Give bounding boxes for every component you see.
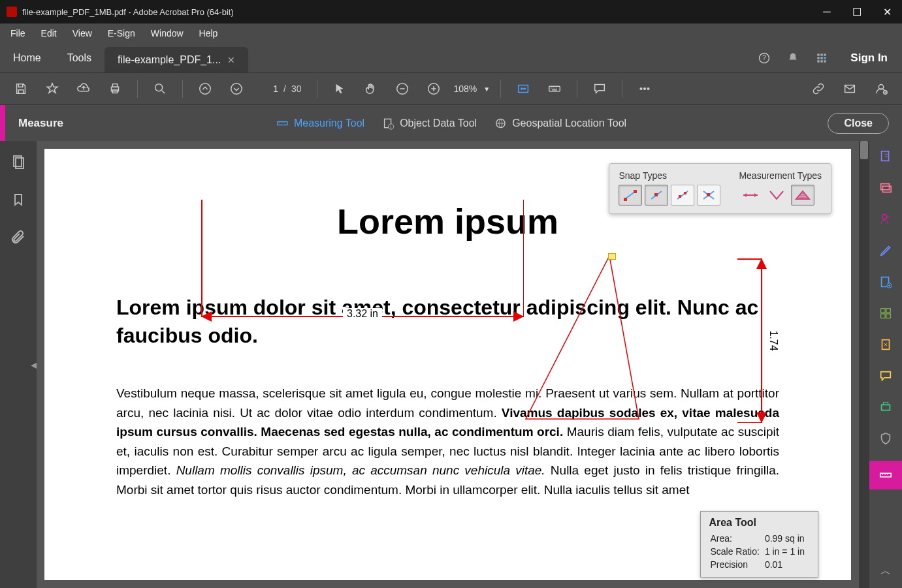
page-indicator: / 30 (259, 81, 304, 97)
scale-value: 1 in = 1 in (765, 546, 809, 557)
search-icon[interactable] (147, 76, 173, 102)
collapse-rail-icon[interactable]: ︿ (877, 562, 895, 580)
measuring-tool-label: Measuring Tool (294, 117, 364, 129)
document-viewport[interactable]: Lorem ipsum Lorem ipsum dolor sit amet, … (37, 141, 859, 588)
svg-rect-12 (112, 84, 117, 87)
menu-bar: File Edit View E-Sign Window Help (0, 23, 902, 43)
link-share-icon[interactable] (805, 76, 831, 102)
snap-path-button[interactable] (671, 185, 694, 206)
measure-accent (0, 105, 5, 141)
tab-bar: Home Tools file-example_PDF_1... ✕ ? Sig… (0, 43, 902, 73)
hand-pan-icon[interactable] (358, 76, 384, 102)
account-icon[interactable] (868, 76, 894, 102)
document-subtitle: Lorem ipsum dolor sit amet, consectetur … (116, 294, 779, 350)
close-tab-icon[interactable]: ✕ (227, 55, 235, 65)
tab-tools[interactable]: Tools (54, 43, 105, 72)
tab-document-label: file-example_PDF_1... (118, 54, 221, 66)
measurement-options-panel[interactable]: Snap Types Measurement Types (609, 163, 831, 214)
snap-endpoint-button[interactable] (619, 185, 642, 206)
attachments-icon[interactable] (9, 228, 27, 247)
sign-in-button[interactable]: Sign In (836, 43, 902, 72)
protect-icon[interactable] (877, 429, 895, 448)
add-comment-icon[interactable] (877, 367, 895, 385)
thumbnails-icon[interactable] (9, 153, 27, 171)
measure-tool-icon[interactable] (869, 461, 902, 489)
menu-esign[interactable]: E-Sign (100, 25, 143, 41)
save-icon[interactable] (8, 76, 34, 102)
svg-text:?: ? (763, 54, 767, 61)
apps-icon[interactable] (807, 43, 836, 72)
zoom-out-icon[interactable] (389, 76, 415, 102)
perimeter-tool-button[interactable] (765, 185, 788, 206)
measuring-tool-button[interactable]: Measuring Tool (276, 117, 364, 130)
print-icon[interactable] (102, 76, 128, 102)
close-measure-button[interactable]: Close (828, 113, 889, 134)
body-text-italic: Nullam mollis convallis ipsum, ac accums… (176, 463, 545, 477)
measure-toolbar: Measure Measuring Tool i Object Data Too… (0, 104, 902, 141)
distance-tool-button[interactable] (739, 185, 762, 206)
svg-point-22 (644, 88, 646, 90)
svg-rect-60 (886, 309, 890, 313)
bookmarks-icon[interactable] (9, 191, 27, 209)
edit-pdf-icon[interactable] (877, 241, 895, 260)
menu-edit[interactable]: Edit (33, 25, 65, 41)
create-pdf-icon[interactable] (877, 147, 895, 166)
print-production-icon[interactable] (877, 398, 895, 416)
svg-point-23 (647, 88, 649, 90)
area-measurement-shape[interactable] (524, 255, 642, 427)
maximize-button[interactable]: ☐ (842, 0, 872, 23)
geospatial-tool-button[interactable]: Geospatial Location Tool (494, 117, 626, 130)
object-data-tool-label: Object Data Tool (400, 117, 477, 129)
combine-files-icon[interactable] (877, 179, 895, 197)
organize-pages-icon[interactable] (877, 304, 895, 322)
measurement-types-label: Measurement Types (739, 170, 822, 181)
menu-file[interactable]: File (3, 25, 33, 41)
svg-point-15 (200, 84, 211, 95)
select-arrow-icon[interactable] (327, 76, 353, 102)
request-signatures-icon[interactable] (877, 210, 895, 228)
comment-icon[interactable] (587, 76, 613, 102)
cloud-upload-icon[interactable] (71, 76, 97, 102)
keyboard-icon[interactable] (541, 76, 568, 102)
right-tool-rail: ︿ (869, 141, 902, 588)
page-up-icon[interactable] (192, 76, 218, 102)
fit-width-icon[interactable] (510, 76, 536, 102)
svg-rect-62 (886, 314, 890, 318)
menu-window[interactable]: Window (143, 25, 191, 41)
export-pdf-icon[interactable] (877, 273, 895, 291)
star-icon[interactable] (39, 76, 65, 102)
email-icon[interactable] (837, 76, 863, 102)
chevron-down-icon: ▼ (483, 85, 490, 93)
more-icon[interactable] (632, 76, 658, 102)
measure-label: Measure (5, 117, 63, 130)
page-sep: / (283, 84, 286, 94)
tab-home[interactable]: Home (0, 43, 54, 72)
vertical-dimension[interactable]: 1.74 (761, 258, 762, 423)
compress-pdf-icon[interactable] (877, 335, 895, 354)
help-icon[interactable]: ? (750, 43, 779, 72)
zoom-dropdown[interactable]: 108% ▼ (449, 84, 494, 94)
tab-document[interactable]: file-example_PDF_1... ✕ (105, 47, 248, 72)
horizontal-dimension[interactable]: 3.32 in (201, 200, 524, 201)
svg-rect-36 (624, 198, 627, 201)
zoom-value: 108% (453, 84, 477, 94)
page-down-icon[interactable] (223, 76, 250, 102)
snap-intersection-button[interactable] (697, 185, 720, 206)
svg-rect-37 (634, 190, 637, 193)
object-data-tool-button[interactable]: i Object Data Tool (381, 117, 477, 130)
menu-help[interactable]: Help (191, 25, 226, 41)
zoom-in-icon[interactable] (421, 76, 447, 102)
annotation-note-icon[interactable] (608, 253, 616, 260)
vertical-scrollbar[interactable] (859, 141, 869, 588)
menu-view[interactable]: View (65, 25, 100, 41)
scrollbar-thumb[interactable] (860, 141, 868, 159)
page-number-input[interactable] (259, 81, 281, 97)
svg-rect-39 (654, 193, 658, 196)
minimize-button[interactable]: ─ (812, 0, 842, 23)
area-tool-button[interactable] (791, 185, 814, 206)
close-window-button[interactable]: ✕ (872, 0, 902, 23)
svg-rect-7 (824, 57, 826, 59)
document-body: Vestibulum neque massa, scelerisque sit … (116, 384, 779, 499)
snap-midpoint-button[interactable] (645, 185, 668, 206)
notifications-icon[interactable] (779, 43, 807, 72)
